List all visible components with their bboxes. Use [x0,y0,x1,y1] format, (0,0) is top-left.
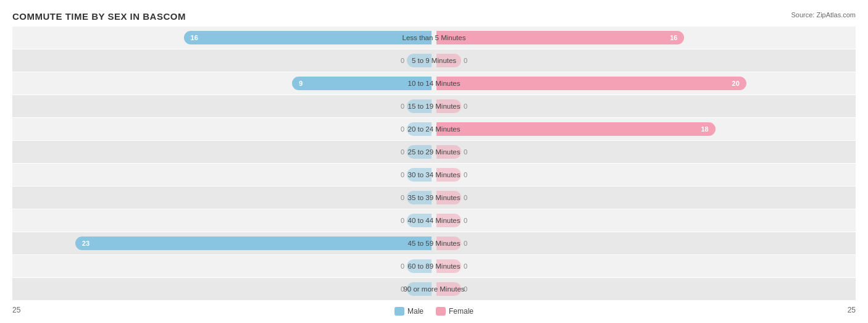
bar-female-zero [436,145,461,159]
female-zero-value: 0 [464,57,467,64]
right-section: 0 [434,255,856,277]
bar-female-zero [436,168,461,182]
bottom-axis: 25 Male Female 25 [12,301,856,316]
bar-male-zero [407,214,432,227]
bar-male: 23 [75,237,432,250]
legend-male: Male [394,307,424,316]
bar-female: 20 [436,77,746,90]
left-section: 0 [12,187,434,209]
bar-female-zero [436,191,461,204]
right-section: 16 [434,27,856,49]
bar-male-zero [407,259,432,273]
left-section: 0 [12,118,434,140]
legend-female-label: Female [449,307,474,316]
left-section: 16 [12,27,434,49]
right-section: 0 [434,278,856,300]
male-zero-value: 0 [401,148,404,156]
legend-female: Female [436,307,474,316]
legend-male-label: Male [407,307,424,316]
left-section: 23 [12,232,434,254]
legend-female-box [436,307,446,316]
bar-female-zero [436,259,461,273]
female-zero-value: 0 [464,240,467,247]
right-section: 20 [434,72,856,94]
female-zero-value: 0 [464,285,467,293]
chart-container: COMMUTE TIME BY SEX IN BASCOM Source: Zi… [0,0,868,323]
chart-area: 16 Less than 5 Minutes 16 0 5 to 9 Minut… [12,27,856,295]
left-section: 0 [12,209,434,232]
male-zero-value: 0 [401,171,404,178]
right-section: 18 [434,118,856,140]
male-value: 16 [188,33,201,42]
bar-female-zero [436,54,461,67]
bar-male: 9 [292,77,432,90]
left-section: 0 [12,255,434,277]
left-section: 0 [12,95,434,117]
female-zero-value: 0 [464,262,467,270]
left-section: 0 [12,164,434,186]
table-row: 0 15 to 19 Minutes 0 [12,95,856,117]
bar-male-zero [407,99,432,113]
table-row: 16 Less than 5 Minutes 16 [12,27,856,49]
female-value: 18 [698,125,711,133]
bar-male-zero [407,191,432,204]
table-row: 0 5 to 9 Minutes 0 [12,49,856,72]
table-row: 9 10 to 14 Minutes 20 [12,72,856,94]
male-zero-value: 0 [401,194,404,201]
left-section: 0 [12,278,434,300]
legend-male-box [394,307,404,316]
right-section: 0 [434,187,856,209]
source-label: Source: ZipAtlas.com [791,11,856,19]
left-section: 9 [12,72,434,94]
bar-male-zero [407,168,432,182]
right-section: 0 [434,209,856,232]
bar-female-zero [436,282,461,296]
right-section: 0 [434,164,856,186]
right-section: 0 [434,49,856,72]
bar-female: 16 [436,31,684,44]
table-row: 0 60 to 89 Minutes 0 [12,255,856,277]
legend: Male Female [394,307,474,316]
left-section: 0 [12,141,434,163]
bar-female-zero [436,237,461,250]
male-value: 9 [296,79,306,88]
right-section: 0 [434,95,856,117]
table-row: 0 30 to 34 Minutes 0 [12,164,856,186]
axis-left: 25 [12,306,20,314]
table-row: 0 35 to 39 Minutes 0 [12,187,856,209]
rows-container: 16 Less than 5 Minutes 16 0 5 to 9 Minut… [12,27,856,301]
table-row: 23 45 to 59 Minutes 0 [12,232,856,254]
bar-male-zero [407,282,432,296]
male-zero-value: 0 [401,125,404,133]
table-row: 0 20 to 24 Minutes 18 [12,118,856,140]
bar-female-zero [436,99,461,113]
male-zero-value: 0 [401,285,404,293]
male-zero-value: 0 [401,57,404,64]
bar-male-zero [407,145,432,159]
table-row: 0 25 to 29 Minutes 0 [12,141,856,163]
male-zero-value: 0 [401,217,404,224]
bar-female-zero [436,214,461,227]
female-zero-value: 0 [464,194,467,201]
table-row: 0 90 or more Minutes 0 [12,278,856,300]
female-zero-value: 0 [464,171,467,178]
female-zero-value: 0 [464,217,467,224]
bar-female: 18 [436,122,716,136]
bar-male: 16 [184,31,432,44]
axis-right: 25 [848,306,856,314]
female-zero-value: 0 [464,103,467,110]
right-section: 0 [434,141,856,163]
male-zero-value: 0 [401,103,404,110]
table-row: 0 40 to 44 Minutes 0 [12,209,856,232]
bar-male-zero [407,122,432,136]
female-value: 16 [667,33,680,42]
bar-male-zero [407,54,432,67]
male-value: 23 [79,239,93,248]
female-value: 20 [729,79,743,88]
left-section: 0 [12,49,434,72]
female-zero-value: 0 [464,148,467,156]
right-section: 0 [434,232,856,254]
male-zero-value: 0 [401,262,404,270]
chart-title: COMMUTE TIME BY SEX IN BASCOM [12,11,856,22]
